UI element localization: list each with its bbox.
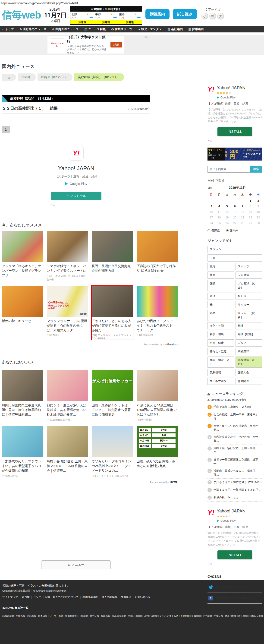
paper-link[interactable]: 日本経済新聞	[142, 614, 158, 617]
footer-link[interactable]: サイトマップ	[2, 596, 18, 598]
pagination-page-1[interactable]: 1	[2, 126, 10, 133]
breadcrumb-home[interactable]: ⌂	[2, 74, 16, 80]
paper-link[interactable]: 埼玉新聞	[236, 614, 248, 617]
genre-item[interactable]: 東日本大震災	[208, 378, 234, 385]
outbrain-attribution[interactable]: Recommended by outbrain ▷	[2, 342, 178, 346]
ranking-item[interactable]: 1千曲で電柱に車衝突 ２人死亡	[208, 403, 262, 411]
paper-link[interactable]: デーリー東北	[47, 614, 63, 617]
install-button[interactable]: インストール	[51, 192, 102, 200]
paper-link[interactable]: 上毛新聞	[201, 614, 212, 617]
facebook-link[interactable]: f 信毎web 公式Facebookページ	[208, 593, 262, 604]
adchoices-icon[interactable]: ✕ⓘ	[51, 203, 102, 206]
calendar-day[interactable]: 4	[215, 204, 223, 209]
genre-item[interactable]: 相撲［取組］	[236, 331, 262, 338]
recommended-card[interactable]: 25歳に見える44歳主婦は1200円の大正製薬の技術でおばさん顔を7… PR(大…	[137, 370, 178, 422]
genre-item[interactable]: 気象情報	[208, 369, 234, 376]
genre-item[interactable]: プロ野球	[236, 272, 262, 279]
genre-item[interactable]: プロ野球［試合］	[236, 280, 262, 291]
nav-item-news-feature[interactable]: ▤ニュース特集	[84, 27, 106, 31]
calendar-day[interactable]: 1	[247, 198, 254, 204]
breadcrumb-hs-baseball-active[interactable]: 高校野球［試合］（8月22日）	[74, 74, 124, 81]
cashback-banner-ad[interactable]: 信毎プレミアムを NTTグループカードで 毎月 300円 20ケ月間ず――っと …	[208, 148, 262, 160]
subscribe-button[interactable]: 購読案内	[146, 9, 170, 19]
daiwa-ad-box[interactable]: 大和ネクスト銀行 （公式）大和ネクスト銀行 大切なお金を計画的に貯めるなら、大和…	[48, 36, 124, 54]
genre-item[interactable]: 原発関連	[236, 378, 262, 385]
radio-nagano[interactable]: 長野県	[208, 229, 220, 232]
paper-link[interactable]: 茨城新聞	[190, 614, 200, 617]
genre-item[interactable]: 医療・健康	[208, 339, 234, 346]
recommended-card[interactable]: 心の限界の先には、未知のカラダと走りがある asics マラソンランナー 川内優…	[47, 286, 88, 340]
install-button[interactable]: INSTALL	[218, 550, 252, 559]
footer-link[interactable]: 免責事項	[117, 596, 131, 598]
paper-link[interactable]: ジャパンタイムズ	[158, 614, 178, 617]
genre-item[interactable]: 相撲	[236, 322, 262, 330]
font-size-medium-button[interactable]: 中	[209, 13, 216, 20]
search-button[interactable]: 検索	[250, 166, 262, 172]
ranking-item[interactable]: 4県内被災公立小中、全校再開 長野・豊…	[208, 434, 262, 445]
genre-item[interactable]: 株	[208, 301, 234, 308]
site-logo[interactable]: 信毎web	[2, 6, 41, 24]
paper-link[interactable]: 福島民友新聞	[110, 614, 126, 617]
menu-toggle-button[interactable]: ∧ メニュー	[41, 560, 111, 569]
genre-item[interactable]: 経済	[208, 292, 234, 300]
genre-item[interactable]: ゴルフ	[236, 339, 262, 346]
footer-link[interactable]: リンク	[30, 596, 41, 598]
genre-item[interactable]: サッカー［試合］	[236, 310, 262, 321]
paper-link[interactable]: 河北新報	[25, 614, 36, 617]
search-input[interactable]	[208, 166, 250, 172]
recommended-card[interactable]: 下諏訪の旧蚕室で干し柿作り 伏見屋邸友の会	[137, 231, 178, 281]
paper-link[interactable]: 東奥日報	[36, 614, 47, 617]
uzou-attribution[interactable]: Recommended by UZOU	[2, 480, 178, 484]
radio-world[interactable]: 国内外	[226, 229, 238, 232]
nav-item-shinshu-sports[interactable]: ❂信州スポーツ	[112, 27, 132, 31]
paper-link[interactable]: 山梨日日新聞	[248, 614, 263, 617]
paper-link[interactable]: 山形新聞	[77, 614, 88, 617]
ad-detail-button[interactable]: 詳細	[110, 42, 122, 48]
recommended-card[interactable]: 「加熱式やめた。マジでうまい」あの新型電子タバコが今爆売れの秘密 PR(DR.V…	[2, 426, 43, 478]
recommended-card[interactable]: 烏帽子岳 駆け登る 上田・東御 2000メートル峰往復の大会｜信濃毎…	[47, 426, 88, 478]
paper-link[interactable]: 下野新聞	[178, 614, 190, 617]
genre-item[interactable]: サッカー	[236, 301, 262, 308]
font-size-large-button[interactable]: 大	[217, 13, 224, 20]
adchoices-icon[interactable]: ⓘ▷	[144, 36, 148, 39]
nav-item-top[interactable]: ⌂トップ	[2, 27, 14, 31]
genre-item[interactable]: ＭＬＢ	[236, 292, 262, 300]
calendar-day[interactable]: 2	[254, 198, 262, 204]
footer-link[interactable]: 著作権	[18, 596, 30, 598]
recommended-card[interactable]: 長野・長沼に住民交流拠点 市長が開設方針	[92, 231, 133, 281]
recommended-card[interactable]: アルクマ「ゆるキャラ」ナンバーワン 長野でグランプリ	[2, 231, 43, 281]
paper-link[interactable]: 福島民報	[99, 614, 110, 617]
browser-url[interactable]: https://www.shinmai.co.jp/news/world/lis…	[0, 0, 264, 5]
paper-link[interactable]: 北海道新聞	[2, 614, 14, 617]
footer-link[interactable]: 個人情報保護	[98, 596, 117, 598]
genre-item[interactable]: 社会	[208, 272, 234, 279]
ranking-item[interactable]: 7浅間山、警戒レベル１に 気象庁、引…	[208, 467, 262, 478]
calendar-day[interactable]: 6	[231, 204, 239, 209]
nav-item-tourism-entertainment[interactable]: ✦観光・エンタメ	[138, 27, 162, 31]
paper-link[interactable]: 神奈川新聞	[223, 614, 236, 617]
ranking-item[interactable]: 6被災で一部区間運休の別所線 城下―…	[208, 456, 262, 468]
nav-item-world-news[interactable]: ⊕国内外のニュース	[52, 27, 79, 31]
genre-main[interactable]: 主要	[208, 254, 262, 262]
ranking-item[interactable]: 8手打ちそばで支援に恩返し 佐久穂の…	[208, 478, 262, 486]
twitter-link[interactable]: @shinmaiweb 公式Twitter	[208, 582, 262, 593]
recommended-card[interactable]: スマホが銀行に！ネットバンキングで賢くスマートに (PR) 三菱UFJ銀行 × …	[47, 231, 88, 281]
paper-link[interactable]: 岩手日報	[88, 614, 99, 617]
footer-link[interactable]: 利用推奨環境	[79, 596, 98, 598]
calendar-day[interactable]: 5	[223, 204, 231, 209]
recommended-card-highlighted[interactable]: 「やりたいこと」のある人が自己実現できる仕組みが必要だ (PR) アメリカン・エ…	[92, 286, 133, 340]
paper-link[interactable]: 秋田魁新報	[63, 614, 77, 617]
nav-item-company-info[interactable]: ▦会社案内	[168, 27, 183, 31]
breadcrumb-world[interactable]: 国内外	[18, 74, 36, 81]
paper-link[interactable]: 産業経済新聞	[126, 614, 142, 617]
nav-item-recruit-info[interactable]: ▦採用案内	[188, 27, 204, 31]
ranking-item[interactable]: 2しなの鉄道 上田―田中「来週中」再…	[208, 411, 262, 422]
adchoices-icon[interactable]: ✕ⓘ	[208, 562, 262, 566]
font-size-small-button[interactable]: 小	[202, 13, 208, 20]
genre-item[interactable]: 科学・環境	[208, 331, 234, 338]
prev-month-button[interactable]: ◀月	[208, 186, 212, 190]
recommended-card[interactable]: あなたの目はイーグルアイ？「視力＆色覚テスト」でチェック (PR) britel…	[137, 286, 178, 340]
recommended-card[interactable]: 飯伊の秋 ギュッと	[2, 286, 43, 340]
recommended-card[interactable]: 羽田氏が国民民主県連代表退任意向 後任は篠原氏軸に｜信濃毎日新聞…	[2, 370, 43, 422]
genre-item[interactable]: スポーツ	[236, 263, 262, 270]
